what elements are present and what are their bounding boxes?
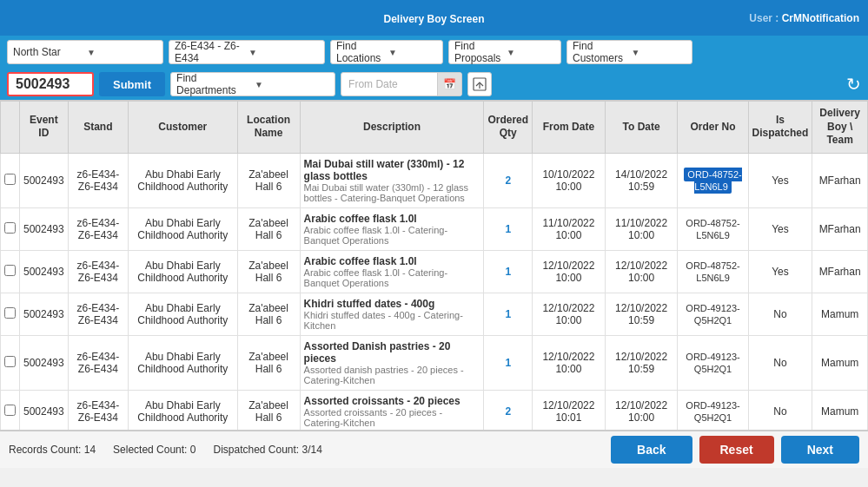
- find-customers-select[interactable]: Find Customers ▼: [567, 40, 692, 64]
- row-event-id: 5002493: [20, 250, 69, 293]
- export-icon[interactable]: [467, 72, 492, 96]
- find-proposals-select[interactable]: Find Proposals ▼: [448, 40, 561, 64]
- row-checkbox-cell[interactable]: [1, 153, 20, 207]
- row-desc-sub: Arabic coffee flask 1.0l - Catering-Banq…: [304, 225, 480, 246]
- selected-count: Selected Count: 0: [113, 444, 195, 456]
- row-customer: Abu Dhabi Early Childhood Authority: [128, 390, 237, 430]
- row-to-date: 11/10/2022 10:00: [605, 207, 678, 250]
- row-stand: z6-E434-Z6-E434: [68, 207, 128, 250]
- row-description: Arabic coffee flask 1.0l Arabic coffee f…: [300, 250, 484, 293]
- calendar-icon[interactable]: 📅: [437, 73, 461, 95]
- toolbar-row2: 5002493 Submit Find Departments ▼ From D…: [0, 69, 868, 100]
- row-checkbox-cell[interactable]: [1, 250, 20, 293]
- order-no-text: ORD-48752-L5N6L9: [686, 218, 739, 240]
- col-stand: Stand: [68, 102, 128, 154]
- row-desc-sub: Khidri stuffed dates - 400g - Catering-K…: [304, 310, 480, 331]
- row-stand: z6-E434-Z6-E434: [68, 250, 128, 293]
- row-order-no: ORD-48752-L5N6L9: [678, 153, 748, 207]
- export-svg: [473, 77, 487, 91]
- row-event-id: 5002493: [20, 335, 69, 390]
- refresh-button[interactable]: ↻: [846, 74, 861, 95]
- row-to-date: 12/10/2022 10:00: [605, 390, 678, 430]
- row-stand: z6-E434-Z6-E434: [68, 390, 128, 430]
- row-checkbox[interactable]: [4, 356, 16, 367]
- find-proposals-arrow-icon: ▼: [507, 48, 555, 57]
- row-order-no: ORD-48752-L5N6L9: [678, 207, 748, 250]
- back-button[interactable]: Back: [611, 436, 692, 464]
- row-checkbox-cell[interactable]: [1, 293, 20, 335]
- row-customer: Abu Dhabi Early Childhood Authority: [128, 250, 237, 293]
- table-row: 5002493 z6-E434-Z6-E434 Abu Dhabi Early …: [1, 207, 868, 250]
- next-button[interactable]: Next: [781, 436, 859, 464]
- row-checkbox[interactable]: [4, 405, 16, 416]
- row-stand: z6-E434-Z6-E434: [68, 335, 128, 390]
- row-checkbox[interactable]: [4, 307, 16, 319]
- row-checkbox[interactable]: [4, 174, 16, 185]
- col-description: Description: [300, 102, 484, 154]
- row-qty: 1: [484, 250, 533, 293]
- table-header-row: EventID Stand Customer LocationName Desc…: [1, 102, 868, 154]
- find-locations-select[interactable]: Find Locations ▼: [330, 40, 443, 64]
- row-checkbox-cell[interactable]: [1, 207, 20, 250]
- row-is-dispatched: Yes: [748, 153, 812, 207]
- row-desc-main: Khidri stuffed dates - 400g: [304, 298, 480, 310]
- reset-button[interactable]: Reset: [699, 436, 774, 464]
- row-desc-sub: Assorted danish pastries - 20 pieces - C…: [304, 365, 480, 385]
- toolbar-row1: North Star ▼ Z6-E434 - Z6-E434 ▼ Find Lo…: [0, 36, 868, 69]
- row-stand: z6-E434-Z6-E434: [68, 153, 128, 207]
- order-no-text: ORD-49123-Q5H2Q1: [686, 400, 739, 423]
- find-customers-arrow-icon: ▼: [632, 48, 687, 57]
- row-desc-sub: Mai Dubai still water (330ml) - 12 glass…: [304, 182, 480, 203]
- table-row: 5002493 z6-E434-Z6-E434 Abu Dhabi Early …: [1, 335, 868, 390]
- north-star-arrow-icon: ▼: [87, 48, 157, 57]
- row-is-dispatched: No: [748, 335, 812, 390]
- order-no-text: ORD-48752-L5N6L9: [686, 260, 739, 283]
- row-event-id: 5002493: [20, 153, 69, 207]
- zone-select[interactable]: Z6-E434 - Z6-E434 ▼: [169, 40, 325, 64]
- row-desc-sub: Arabic coffee flask 1.0l - Catering-Banq…: [304, 267, 480, 288]
- col-event-id: EventID: [20, 102, 69, 154]
- table-row: 5002493 z6-E434-Z6-E434 Abu Dhabi Early …: [1, 153, 868, 207]
- row-description: Assorted Danish pastries - 20 pieces Ass…: [300, 335, 484, 390]
- row-is-dispatched: Yes: [748, 250, 812, 293]
- row-checkbox[interactable]: [4, 222, 16, 234]
- footer-buttons: Back Reset Next: [611, 436, 859, 464]
- table-row: 5002493 z6-E434-Z6-E434 Abu Dhabi Early …: [1, 293, 868, 335]
- row-checkbox[interactable]: [4, 265, 16, 276]
- row-location: Za'abeel Hall 6: [237, 250, 300, 293]
- dispatched-count: Dispatched Count: 3/14: [213, 444, 321, 456]
- row-qty: 2: [484, 390, 533, 430]
- row-from-date: 10/10/2022 10:00: [533, 153, 606, 207]
- row-checkbox-cell[interactable]: [1, 335, 20, 390]
- row-is-dispatched: No: [748, 390, 812, 430]
- row-from-date: 12/10/2022 10:01: [533, 390, 606, 430]
- user-info: User : CrMNotification: [749, 12, 859, 24]
- col-delivery-boy: DeliveryBoy \ Team: [812, 102, 868, 154]
- row-desc-main: Assorted Danish pastries - 20 pieces: [304, 340, 480, 365]
- order-no-text: ORD-49123-Q5H2Q1: [686, 352, 739, 374]
- row-from-date: 12/10/2022 10:00: [533, 293, 606, 335]
- table-row: 5002493 z6-E434-Z6-E434 Abu Dhabi Early …: [1, 250, 868, 293]
- row-desc-main: Mai Dubai still water (330ml) - 12 glass…: [304, 158, 480, 182]
- row-delivery-boy: MFarhan: [812, 207, 868, 250]
- order-no-badge: ORD-48752-L5N6L9: [684, 168, 741, 194]
- row-delivery-boy: Mamum: [812, 293, 868, 335]
- row-location: Za'abeel Hall 6: [237, 207, 300, 250]
- north-star-select[interactable]: North Star ▼: [7, 40, 163, 64]
- col-from-date: From Date: [533, 102, 606, 154]
- row-is-dispatched: Yes: [748, 207, 812, 250]
- find-departments-select[interactable]: Find Departments ▼: [170, 72, 335, 96]
- row-delivery-boy: Mamum: [812, 390, 868, 430]
- submit-button[interactable]: Submit: [99, 72, 165, 96]
- find-proposals-value: Find Proposals: [454, 40, 503, 64]
- row-event-id: 5002493: [20, 293, 69, 335]
- row-checkbox-cell[interactable]: [1, 390, 20, 430]
- row-delivery-boy: MFarhan: [812, 250, 868, 293]
- user-label: User :: [749, 12, 779, 24]
- from-date-field[interactable]: From Date 📅: [341, 72, 462, 96]
- table-row: 5002493 z6-E434-Z6-E434 Abu Dhabi Early …: [1, 390, 868, 430]
- row-event-id: 5002493: [20, 390, 69, 430]
- row-description: Mai Dubai still water (330ml) - 12 glass…: [300, 153, 484, 207]
- col-checkbox: [1, 102, 20, 154]
- footer-stats: Records Count: 14 Selected Count: 0 Disp…: [9, 444, 611, 456]
